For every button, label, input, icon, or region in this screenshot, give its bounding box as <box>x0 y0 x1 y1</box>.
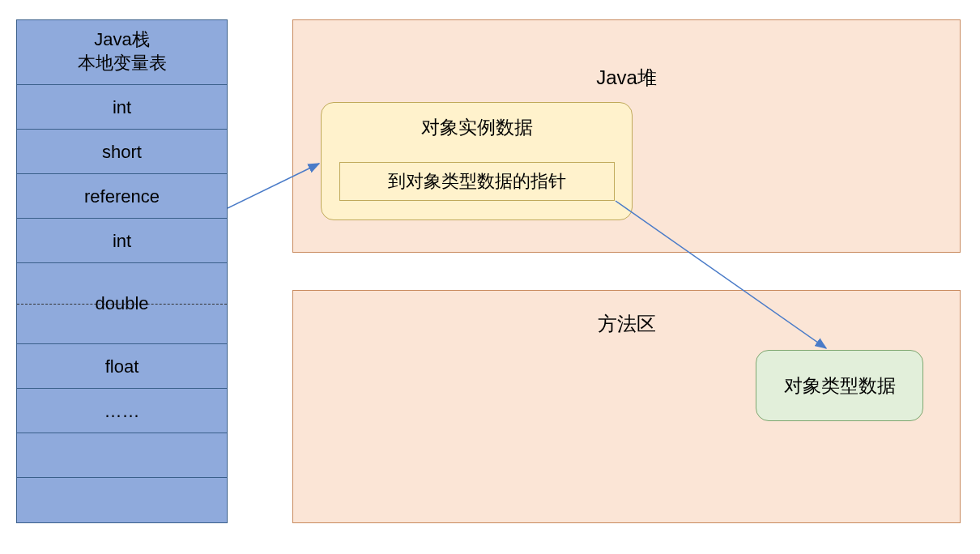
stack-cell-int1: int <box>17 85 227 130</box>
instance-title: 对象实例数据 <box>322 115 632 140</box>
java-stack: Java栈 本地变量表 int short reference int doub… <box>16 19 228 523</box>
stack-title-line1: Java栈 <box>17 28 227 52</box>
stack-cell-short: short <box>17 130 227 174</box>
stack-cell-empty1 <box>17 433 227 478</box>
object-instance-box: 对象实例数据 <box>321 102 633 220</box>
stack-cell-ellipsis: …… <box>17 389 227 433</box>
object-type-data-box: 对象类型数据 <box>756 350 923 421</box>
stack-header: Java栈 本地变量表 <box>17 20 227 85</box>
type-pointer-label: 到对象类型数据的指针 <box>388 171 566 191</box>
stack-cell-double-label: double <box>17 293 227 314</box>
heap-title: Java堆 <box>293 65 960 91</box>
stack-title-line2: 本地变量表 <box>17 52 227 75</box>
stack-cell-double: double <box>17 263 227 344</box>
type-pointer-box: 到对象类型数据的指针 <box>339 162 615 201</box>
stack-cell-float: float <box>17 344 227 389</box>
stack-cell-int2: int <box>17 219 227 263</box>
stack-cell-empty2 <box>17 478 227 522</box>
method-area-title: 方法区 <box>293 311 960 337</box>
stack-cell-reference: reference <box>17 174 227 219</box>
object-type-data-label: 对象类型数据 <box>784 375 896 396</box>
